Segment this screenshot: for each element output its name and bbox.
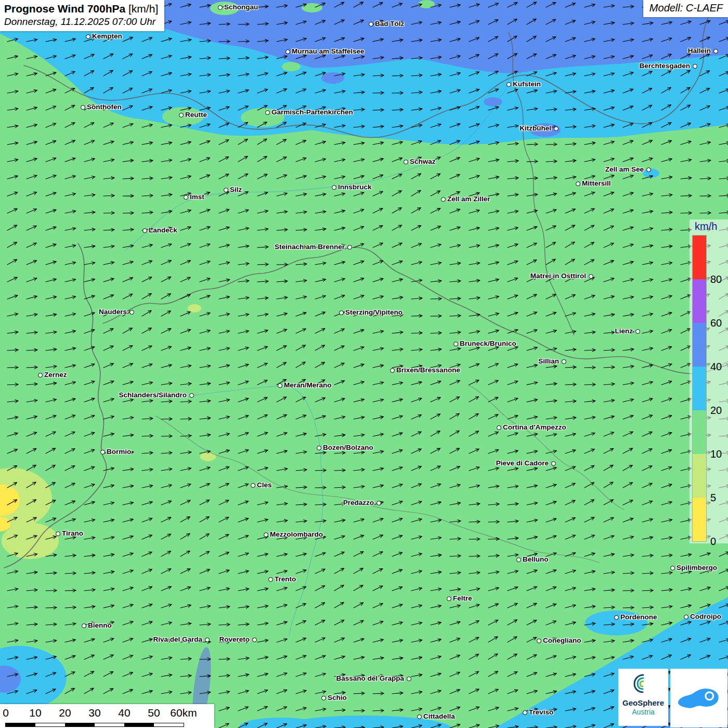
city-label: Schlanders/Silandro (119, 391, 187, 399)
legend-color-band (693, 367, 706, 410)
city-dot (81, 105, 85, 110)
city-dot (670, 566, 675, 570)
city-label: Pieve di Cadore (496, 459, 549, 467)
scalebar-strip (5, 723, 184, 727)
city-dot (268, 577, 273, 582)
city-label: Bassano del Grappa (336, 674, 404, 683)
city-label: Kempten (92, 32, 122, 41)
scale-segment (35, 723, 65, 726)
city-dot (86, 34, 90, 39)
model-label: Modell: C-LAEF (649, 2, 723, 14)
city-label: Hallein (688, 46, 711, 55)
scale-segment (124, 723, 154, 726)
city-dot (376, 501, 381, 505)
legend-color-band (693, 236, 706, 279)
forecast-datetime: Donnerstag, 11.12.2025 07:00 Uhr (4, 16, 158, 28)
city-dot (684, 615, 688, 619)
city-dot (497, 425, 501, 430)
city-dot (82, 623, 86, 628)
forecast-title-unit: [km/h] (125, 3, 158, 15)
city-label: Pordenone (620, 613, 657, 621)
geosphere-logo-card: GeoSphere Austria (618, 669, 668, 726)
legend-tick-label: 5 (710, 492, 716, 504)
legend-tick-label: 20 (710, 405, 722, 417)
city-dot (129, 310, 134, 315)
city-label: Belluno (523, 555, 549, 564)
city-label: Bormio (107, 447, 131, 456)
city-dot (321, 696, 326, 700)
scale-label: 40 (118, 707, 130, 719)
city-dot (56, 531, 60, 536)
city-dot (554, 126, 558, 131)
austria-shape-icon (675, 680, 723, 717)
city-label: Schongau (224, 3, 258, 11)
city-dot (407, 677, 411, 681)
scale-label: 10 (29, 707, 41, 719)
city-label: Reutte (185, 110, 207, 119)
scale-segment (154, 723, 184, 726)
city-dot (265, 110, 270, 115)
title-box: Prognose Wind 700hPa [km/h] Donnerstag, … (0, 0, 164, 31)
city-dot (369, 22, 373, 27)
austria-logo-card (670, 669, 727, 727)
city-dot (332, 185, 336, 190)
city-label: Murnau am Staffelsee (292, 47, 365, 56)
city-dot (576, 181, 580, 186)
geosphere-region: Austria (618, 708, 668, 716)
city-dot (506, 82, 511, 87)
city-label: Bruneck/Brunico (460, 339, 516, 348)
city-dot (417, 714, 422, 719)
forecast-title-bold: Prognose Wind 700hPa (4, 3, 125, 15)
legend-body: 806040201050 (692, 236, 728, 541)
scale-label: 20 (59, 707, 71, 719)
city-dot (347, 245, 352, 250)
city-label: Schwaz (410, 157, 436, 166)
city-label: Spilimbergo (677, 563, 717, 572)
legend-tick-label: 60 (710, 317, 722, 329)
city-dot (646, 167, 651, 172)
legend-color-band (693, 410, 706, 454)
legend-color-band (693, 498, 706, 541)
city-label: Conegliano (543, 636, 581, 645)
city-dot (516, 557, 521, 562)
city-label: Cittadella (423, 712, 455, 721)
city-label: Innsbruck (338, 183, 372, 191)
legend-unit-label: km/h (695, 220, 728, 232)
city-label: Codroipo (690, 612, 721, 621)
city-label: Zell am See (605, 165, 644, 174)
geosphere-brand: GeoSphere (618, 698, 668, 707)
wind-forecast-map: Schongau Bad Tölz Kempten Murnau am Staf… (0, 0, 728, 728)
city-dot (713, 49, 718, 54)
city-label: Riva del Garda (153, 635, 202, 644)
legend-color-band (693, 279, 706, 323)
forecast-title: Prognose Wind 700hPa [km/h] (4, 3, 158, 15)
city-dot (589, 274, 593, 279)
city-dot (317, 446, 321, 450)
city-dot (264, 532, 268, 537)
model-box: Modell: C-LAEF (643, 0, 728, 17)
city-label: Lienz (615, 327, 633, 335)
city-label: Kitzbühel (519, 124, 551, 133)
city-dot (453, 342, 458, 346)
city-dot (551, 461, 556, 466)
scale-label: 0 (3, 707, 9, 719)
city-dot (404, 160, 408, 164)
geosphere-swirl-icon (631, 672, 655, 696)
city-dot (252, 638, 257, 642)
city-dot (38, 373, 43, 378)
city-label: Feltre (453, 594, 472, 603)
scale-segment (6, 723, 35, 726)
city-dot (537, 639, 541, 643)
scale-segment (95, 723, 124, 726)
city-label: Bienno (88, 621, 112, 630)
legend-color-band (693, 323, 706, 367)
city-label: Meran/Merano (284, 381, 332, 389)
city-label: Berchtesgaden (639, 61, 690, 70)
legend-colorbar (693, 236, 706, 541)
scale-label: 30 (88, 707, 100, 719)
city-label: Bad Tölz (375, 19, 404, 28)
city-label: Treviso (529, 708, 553, 717)
city-label: Rovereto (219, 635, 250, 644)
scale-label: 50 (148, 707, 160, 719)
city-label: Landeck (149, 226, 177, 235)
